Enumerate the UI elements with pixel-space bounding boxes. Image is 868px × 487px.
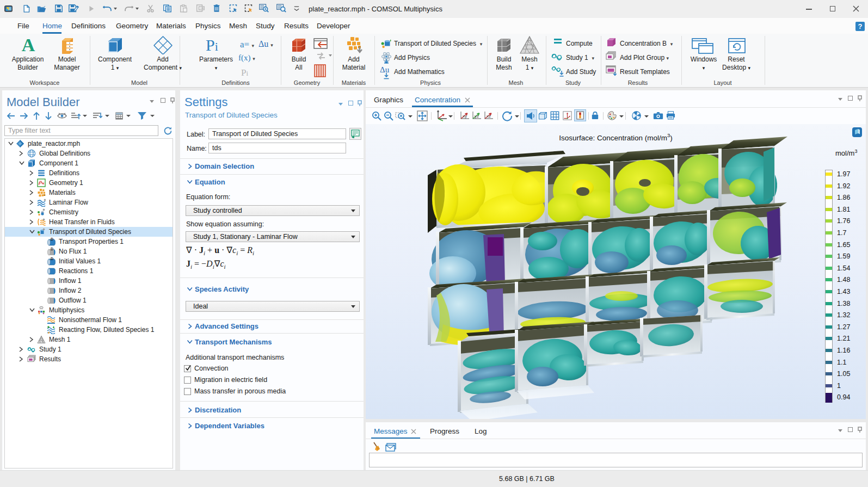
- svg-text:yz: yz: [475, 114, 479, 119]
- svg-text:xy: xy: [463, 114, 467, 119]
- svg-text:xz: xz: [487, 114, 491, 119]
